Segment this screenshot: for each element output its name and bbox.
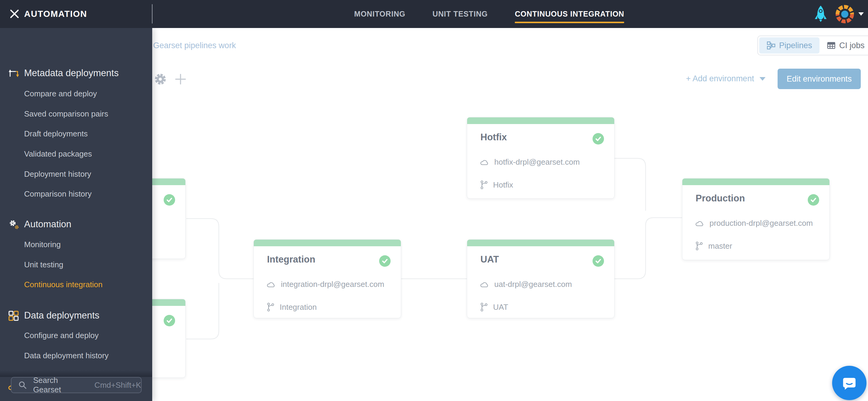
status-check-icon [592,133,604,144]
environment-card-production[interactable]: Production production-drpl@gearset.com m… [682,178,830,260]
search-placeholder: Search Gearset [33,376,88,394]
tab-monitoring[interactable]: MONITORING [354,10,405,19]
org-username: production-drpl@gearset.com [710,219,813,228]
sidebar-item-comparison-history[interactable]: Comparison history [0,188,152,200]
sidebar-section-metadata-deployments[interactable]: Metadata deployments [0,67,152,79]
add-environment-dropdown[interactable]: + Add environment [686,74,766,83]
gear-icon [153,72,167,86]
environment-name: Production [695,193,745,204]
sidebar-item-saved-comparison-pairs[interactable]: Saved comparison pairs [0,108,152,120]
status-bar [682,178,830,185]
gears-icon [8,219,19,230]
chevron-down-icon [760,77,766,81]
sidebar-section-label: Automation [24,218,71,230]
edit-environments-button[interactable]: Edit environments [778,69,861,89]
sidebar-item-monitoring[interactable]: Monitoring [0,238,152,250]
add-node-button[interactable] [174,73,187,87]
branch-icon [480,180,488,190]
sidebar-section-automation[interactable]: Automation [0,218,152,230]
pipelines-icon [767,41,775,50]
branch-name: master [708,241,732,251]
sidebar-section-data-deployments[interactable]: Data deployments [0,309,152,322]
status-check-icon [592,255,604,267]
environment-name: Integration [267,254,315,265]
status-check-icon [379,255,391,267]
org-username: uat-drpl@gearset.com [494,280,572,289]
cloud-icon [267,281,276,288]
close-icon [9,8,20,19]
pipeline-settings-button[interactable] [153,72,167,87]
status-check-icon [164,315,175,326]
search-input[interactable]: Search Gearset Cmd+Shift+K [11,377,142,393]
tab-unit-testing[interactable]: UNIT TESTING [433,10,488,19]
plus-icon [174,73,187,86]
sidebar-item-data-deployment-history[interactable]: Data deployment history [0,349,152,362]
search-shortcut: Cmd+Shift+K [94,380,141,390]
branch-name: Integration [280,303,317,312]
close-menu-button[interactable] [8,8,21,20]
navbar-divider [152,4,153,24]
navbar-tabs: MONITORING UNIT TESTING CONTINUOUS INTEG… [354,0,624,28]
environment-card-hotfix[interactable]: Hotfix hotfix-drpl@gearset.com Hotfix [467,117,615,199]
sidebar-item-compare-and-deploy[interactable]: Compare and deploy [0,88,152,100]
ci-jobs-icon [827,41,836,50]
repeat-icon [8,68,19,79]
view-toggle: Pipelines CI jobs [757,36,868,56]
top-navbar: AUTOMATION MONITORING UNIT TESTING CONTI… [0,0,868,28]
tab-pipelines[interactable]: Pipelines [759,37,819,54]
status-check-icon [164,194,175,206]
org-username: integration-drpl@gearset.com [281,280,384,289]
gearset-logo-avatar [835,4,855,24]
tab-pipelines-label: Pipelines [779,41,812,50]
branch-icon [695,241,704,251]
status-bar [254,240,401,246]
tab-continuous-integration[interactable]: CONTINUOUS INTEGRATION [515,10,624,19]
search-icon [18,380,27,390]
org-username: hotfix-drpl@gearset.com [494,158,580,167]
sidebar-item-deployment-history[interactable]: Deployment history [0,168,152,180]
branch-icon [480,302,488,312]
sidebar-item-validated-packages[interactable]: Validated packages [0,148,152,160]
tab-ci-jobs[interactable]: CI jobs [819,37,868,54]
status-check-icon [808,194,819,206]
sidebar-item-unit-testing[interactable]: Unit testing [0,259,152,271]
status-bar [467,240,614,246]
environment-card-integration[interactable]: Integration integration-drpl@gearset.com… [253,239,401,318]
grid-icon [8,310,19,322]
environment-name: UAT [480,254,499,265]
sidebar-item-continuous-integration[interactable]: Continuous integration [0,278,152,291]
account-menu[interactable] [835,4,864,24]
pipelines-help-link[interactable]: Gearset pipelines work [153,41,236,50]
chevron-down-icon [858,12,864,15]
cloud-icon [480,159,490,166]
cloud-icon [695,220,705,227]
sidebar-item-configure-and-deploy[interactable]: Configure and deploy [0,329,152,341]
environment-name: Hotfix [480,132,507,143]
rocket-icon [813,5,828,22]
sidebar-item-draft-deployments[interactable]: Draft deployments [0,128,152,140]
tab-ci-jobs-label: CI jobs [839,41,865,50]
branch-name: Hotfix [493,180,513,190]
sidebar-section-label: Metadata deployments [24,67,119,79]
branch-name: UAT [493,303,508,312]
branch-icon [267,302,275,312]
cloud-icon [480,281,490,288]
chat-icon [840,374,858,392]
chat-launcher-button[interactable] [832,366,867,400]
status-bar [467,118,614,124]
whats-new-button[interactable] [813,5,828,23]
environment-card-uat[interactable]: UAT uat-drpl@gearset.com UAT [467,239,615,318]
add-environment-label: + Add environment [686,74,754,83]
app-section-title: AUTOMATION [24,0,87,28]
sidebar-section-label: Data deployments [24,309,99,322]
sidebar: Metadata deployments Compare and deploy … [0,28,152,401]
